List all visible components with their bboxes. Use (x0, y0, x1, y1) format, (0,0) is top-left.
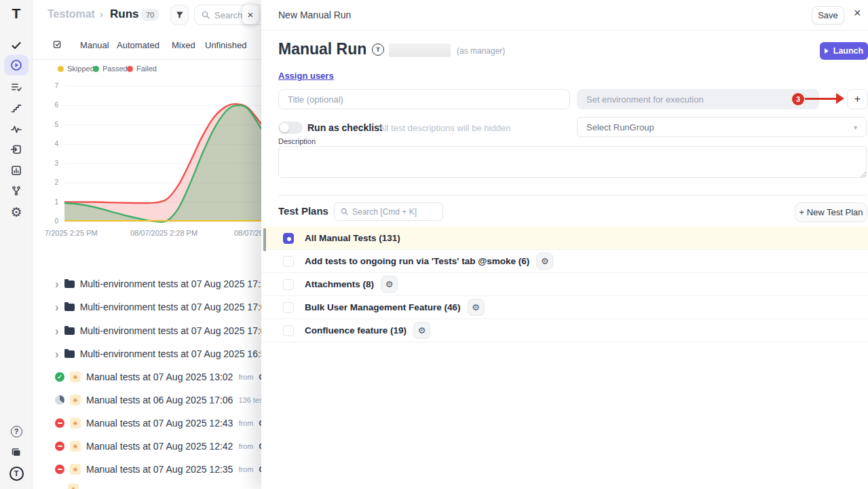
test-plan-label[interactable]: Bulk User Management Feature (46) (305, 302, 461, 312)
test-plan-label[interactable]: All Manual Tests (131) (305, 233, 400, 243)
rail-runs-button[interactable] (4, 55, 29, 75)
failed-dot-icon (127, 66, 133, 72)
checkbox-unchecked[interactable] (283, 279, 294, 290)
test-plan-row[interactable]: Add tests to ongoing run via 'Tests' tab… (261, 250, 868, 273)
rail-checklist-button[interactable] (4, 77, 29, 97)
rungroup-select[interactable]: Select RunGroup ▾ (577, 117, 867, 137)
test-plans-search-field[interactable] (334, 202, 443, 221)
chevron-right-icon[interactable]: › (55, 302, 59, 313)
steps-icon (10, 102, 22, 114)
rail-tests-button[interactable] (4, 35, 29, 56)
run-meta-prefix: from (238, 442, 253, 450)
run-meta-prefix: from (238, 419, 253, 427)
run-title[interactable]: Manual tests at 06 Aug 2025 17:06 (86, 395, 233, 405)
new-test-plan-button[interactable]: + New Test Plan (795, 202, 867, 222)
test-plan-row[interactable]: Attachments (8) ⚙ (261, 273, 868, 296)
funnel-icon (174, 10, 185, 20)
folder-icon (64, 280, 75, 288)
run-title[interactable]: Multi-environment tests at 07 Aug 2025 1… (80, 348, 261, 359)
testomat-logo-icon[interactable]: T (0, 5, 33, 22)
breadcrumb-current: Runs (110, 7, 139, 21)
test-plan-label[interactable]: Add tests to ongoing run via 'Tests' tab… (305, 256, 529, 266)
rail-settings-button[interactable]: ⚙ (4, 202, 29, 222)
run-title[interactable]: Multi-environment tests at 07 Aug 2025 1… (80, 325, 261, 336)
select-runs-icon[interactable] (52, 39, 62, 52)
close-icon[interactable]: × (854, 7, 861, 19)
run-row[interactable]: ✳ Manual tests at 07 Aug 2025 12:43 from… (33, 414, 261, 433)
play-icon (825, 48, 829, 54)
save-button[interactable]: Save (812, 6, 844, 24)
test-plan-settings-button[interactable]: ⚙ (413, 322, 430, 339)
run-row[interactable]: ✳ Manual tests at 06 Aug 2025 17:06 136 … (33, 391, 261, 410)
run-title-input[interactable] (278, 89, 570, 109)
run-title-heading: Manual Run (278, 40, 366, 58)
run-row[interactable]: ✳ Manual tests at 07 Aug 2025 12:42 from… (33, 437, 261, 456)
rail-pulse-button[interactable] (4, 119, 29, 139)
run-as-checklist-toggle[interactable] (278, 122, 303, 134)
rail-steps-button[interactable] (4, 98, 29, 118)
manual-run-icon: ✳ (70, 395, 81, 405)
run-title[interactable]: Multi-environment tests at 07 Aug 2025 1… (80, 278, 261, 289)
test-plan-row[interactable]: Bulk User Management Feature (46) ⚙ (261, 296, 868, 319)
test-plan-row[interactable]: Confluence feature (19) ⚙ (261, 319, 868, 342)
run-title[interactable]: Manual tests at 07 Aug 2025 13:02 (86, 372, 233, 382)
manual-run-icon: ✳ (70, 372, 81, 382)
run-folder-row[interactable]: › Multi-environment tests at 07 Aug 2025… (33, 274, 261, 293)
manual-run-icon: ✳ (70, 464, 81, 475)
chevron-right-icon[interactable]: › (55, 278, 59, 290)
rail-help-button[interactable]: ? (4, 421, 29, 441)
chevron-right-icon[interactable]: › (55, 325, 59, 337)
status-failed-icon (55, 418, 64, 428)
checkbox-checked[interactable] (283, 233, 294, 244)
status-failed-icon (55, 441, 64, 451)
rail-import-button[interactable] (4, 139, 29, 160)
assign-users-link[interactable]: Assign users (278, 71, 334, 81)
legend-skipped: Skipped (58, 65, 94, 73)
description-textarea[interactable] (278, 146, 867, 178)
rail-branch-button[interactable] (4, 181, 29, 201)
chevron-right-icon[interactable]: › (55, 348, 59, 360)
rail-analytics-button[interactable] (4, 160, 29, 181)
tab-unfinished[interactable]: Unfinished (205, 40, 246, 50)
list-check-icon (10, 81, 22, 93)
run-title[interactable]: Manual tests at 07 Aug 2025 12:35 (86, 464, 233, 475)
run-title[interactable]: Manual tests at 07 Aug 2025 12:42 (86, 441, 233, 452)
run-row[interactable]: ✳ Manual tests at 07 Aug 2025 12:35 from… (33, 460, 261, 479)
test-plan-settings-button[interactable]: ⚙ (381, 276, 398, 293)
scrollbar-thumb[interactable] (263, 228, 266, 251)
run-title[interactable]: Manual tests at 07 Aug 2025 12:43 (86, 418, 233, 429)
tab-manual[interactable]: Manual (80, 40, 109, 50)
search-clear-button[interactable]: × (242, 5, 259, 24)
run-folder-row[interactable]: › Multi-environment tests at 07 Aug 2025… (33, 344, 261, 363)
icon-rail: T ⚙ ? (0, 0, 33, 489)
manual-run-icon-partial: ✳ (68, 484, 79, 489)
rail-testomat-badge-button[interactable]: T (4, 463, 29, 484)
test-plan-label[interactable]: Confluence feature (19) (305, 325, 407, 336)
test-plans-search-input[interactable] (352, 207, 430, 217)
checkbox-unchecked[interactable] (283, 302, 294, 313)
gear-icon: ⚙ (418, 325, 426, 336)
checkbox-unchecked[interactable] (283, 256, 294, 267)
checkbox-unchecked[interactable] (283, 325, 294, 336)
run-meta-prefix: from (238, 373, 253, 381)
launch-button[interactable]: Launch (820, 42, 868, 60)
run-folder-row[interactable]: › Multi-environment tests at 07 Aug 2025… (33, 321, 261, 340)
annotation-arrow-line (805, 98, 836, 100)
tab-mixed[interactable]: Mixed (172, 40, 195, 50)
add-environment-button[interactable]: + (847, 89, 868, 109)
rail-documents-button[interactable] (4, 442, 29, 463)
test-plan-row[interactable]: All Manual Tests (131) (261, 227, 868, 250)
run-title[interactable]: Multi-environment tests at 07 Aug 2025 1… (80, 302, 261, 312)
test-plan-settings-button[interactable]: ⚙ (468, 299, 485, 316)
folder-icon (64, 327, 75, 335)
filter-button[interactable] (170, 5, 189, 25)
check-icon (10, 39, 22, 52)
tab-automated[interactable]: Automated (117, 40, 159, 50)
run-row[interactable]: ✓ ✳ Manual tests at 07 Aug 2025 13:02 fr… (33, 367, 261, 386)
run-meta-prefix: from (238, 465, 253, 473)
test-plan-label[interactable]: Attachments (8) (305, 279, 374, 289)
breadcrumb-root[interactable]: Testomat (48, 8, 95, 20)
run-folder-row[interactable]: › Multi-environment tests at 07 Aug 2025… (33, 297, 261, 316)
test-plan-settings-button[interactable]: ⚙ (536, 253, 553, 270)
environment-input[interactable] (577, 89, 819, 109)
